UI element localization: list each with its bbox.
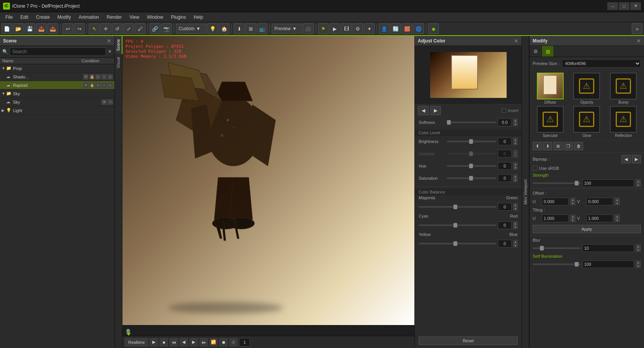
menu-view[interactable]: View	[126, 14, 143, 21]
more-icon[interactable]: ≡	[108, 74, 113, 80]
menu-window[interactable]: Window	[143, 14, 167, 21]
prev-key-button[interactable]: ⏮	[170, 338, 178, 346]
menu-plugins[interactable]: Plugins	[167, 14, 190, 21]
record-button[interactable]: ⏺	[219, 338, 228, 346]
list-item[interactable]: ☁ Shado... 👁 🔒 ⊙ • ≡	[0, 73, 114, 81]
scale-button[interactable]: ⤢	[123, 23, 134, 34]
hue-up[interactable]: ▲	[513, 162, 518, 166]
use-srgb-checkbox[interactable]	[533, 166, 538, 171]
glow-thumb[interactable]: ⚠	[573, 106, 600, 133]
anim-button[interactable]: 🎞	[341, 23, 352, 34]
cyan-slider[interactable]	[419, 224, 496, 226]
save-button[interactable]: 💾	[24, 23, 35, 34]
menu-animation[interactable]: Animation	[75, 14, 103, 21]
strength-down[interactable]: ▼	[636, 183, 641, 187]
sidebar-item-scene[interactable]: Scene	[115, 36, 122, 54]
custom-dropdown[interactable]: Custom ▼	[176, 24, 207, 34]
list-item[interactable]: ▼ 📁 Sky	[0, 89, 114, 98]
preview-size-select[interactable]: 4096x4096	[562, 59, 641, 68]
char-button[interactable]: 👤	[379, 23, 390, 34]
home-button[interactable]: 🏠	[219, 23, 230, 34]
yellow-slider[interactable]	[419, 243, 496, 244]
prev-frame-button[interactable]: ◀	[179, 338, 188, 346]
offset-u-down[interactable]: ▼	[570, 202, 576, 205]
diamond-button[interactable]: ◆	[428, 23, 439, 34]
undo-button[interactable]: ↩	[62, 23, 73, 34]
offset-v-spinner[interactable]: ▲ ▼	[615, 198, 620, 205]
cloth-button[interactable]: 🧱	[402, 23, 412, 34]
blur-down[interactable]: ▼	[636, 248, 641, 252]
list-item[interactable]: ☁ Sky 👁 •	[0, 98, 114, 106]
magenta-down[interactable]: ▼	[513, 207, 518, 211]
offset-v-up[interactable]: ▲	[615, 198, 620, 202]
tiling-v-spinner[interactable]: ▲ ▼	[615, 215, 620, 222]
move-button[interactable]: ✛	[100, 23, 111, 34]
offset-v-value[interactable]: 0.000	[586, 198, 613, 205]
reset-button[interactable]: Reset	[419, 337, 518, 345]
tiling-u-down[interactable]: ▼	[570, 218, 576, 222]
keys-button[interactable]: ◇	[229, 338, 238, 346]
particle-button[interactable]: ✦	[364, 23, 375, 34]
self-illum-slider[interactable]	[533, 263, 581, 265]
list-item[interactable]: ▼ 📁 Prop	[0, 64, 114, 73]
hue-slider[interactable]	[447, 165, 496, 167]
yellow-down[interactable]: ▼	[513, 244, 518, 247]
saturation-spinner[interactable]: ▲ ▼	[513, 174, 518, 182]
softness-up[interactable]: ▲	[513, 119, 518, 122]
lock-icon[interactable]: 🔒	[89, 74, 95, 80]
viewport-canvas[interactable]: FPS : 0 Project Polygon : #7931 Selected…	[122, 36, 414, 325]
strength-slider[interactable]	[533, 182, 581, 184]
saturation-down[interactable]: ▼	[513, 178, 518, 182]
magenta-spinner[interactable]: ▲ ▼	[513, 203, 518, 211]
tiling-v-up[interactable]: ▲	[615, 215, 620, 218]
yellow-up[interactable]: ▲	[513, 240, 518, 244]
tiling-u-spinner[interactable]: ▲ ▼	[570, 215, 576, 222]
new-button[interactable]: 📄	[2, 23, 12, 34]
flag-button[interactable]: ⚑	[318, 23, 329, 34]
spring-button[interactable]: 🌀	[413, 23, 424, 34]
opacity-thumb[interactable]: ⚠	[573, 73, 600, 99]
dot-icon[interactable]: •	[101, 83, 107, 88]
saturation-up[interactable]: ▲	[513, 174, 518, 178]
tiling-v-down[interactable]: ▼	[615, 218, 620, 222]
dot-icon[interactable]: •	[101, 74, 107, 80]
saturation-slider[interactable]	[447, 177, 496, 179]
specular-thumb[interactable]: ⚠	[537, 106, 564, 133]
eye-icon[interactable]: 👁	[83, 74, 88, 80]
invert-checkbox[interactable]	[502, 108, 506, 113]
redo-button[interactable]: ↪	[74, 23, 85, 34]
duplicate-texture-button[interactable]: ❐	[564, 142, 573, 150]
bipmap-left-button[interactable]: ◀	[621, 155, 631, 163]
realtime-button[interactable]: Realtime	[125, 338, 148, 346]
open-button[interactable]: 📂	[13, 23, 24, 34]
expand-button[interactable]: »	[632, 23, 642, 34]
menu-edit[interactable]: Edit	[16, 14, 32, 21]
cyan-up[interactable]: ▲	[513, 221, 518, 225]
link-icon[interactable]: ⊙	[95, 83, 101, 88]
import-texture-button[interactable]: ⬆	[533, 142, 542, 150]
screen-button[interactable]: 📺	[257, 23, 267, 34]
scene-panel-close[interactable]: ✕	[107, 38, 111, 44]
self-illum-up[interactable]: ▲	[636, 260, 641, 264]
tiling-u-value[interactable]: 1.000	[542, 215, 569, 222]
strength-spinner[interactable]: ▲ ▼	[636, 179, 641, 187]
menu-render[interactable]: Render	[103, 14, 126, 21]
tiling-v-value[interactable]: 1.000	[586, 215, 613, 222]
blur-slider[interactable]	[533, 247, 581, 249]
menu-create[interactable]: Create	[32, 14, 54, 21]
close-button[interactable]: ✕	[630, 2, 641, 10]
yellow-spinner[interactable]: ▲ ▼	[513, 240, 518, 247]
export-button[interactable]: 📤	[47, 23, 58, 34]
magenta-up[interactable]: ▲	[513, 203, 518, 207]
select-button[interactable]: ↖	[89, 23, 99, 34]
cyan-spinner[interactable]: ▲ ▼	[513, 221, 518, 229]
motion-button[interactable]: ▶	[329, 23, 340, 34]
link-button[interactable]: 🔗	[150, 23, 160, 34]
delete-texture-button[interactable]: 🗑	[574, 142, 583, 150]
maximize-button[interactable]: □	[619, 2, 629, 10]
offset-u-spinner[interactable]: ▲ ▼	[570, 198, 576, 205]
download-button[interactable]: ⬇	[234, 23, 245, 34]
modify-panel-close[interactable]: ✕	[636, 38, 641, 44]
offset-v-down[interactable]: ▼	[615, 202, 620, 205]
prev-nav-button[interactable]: ◀	[418, 106, 429, 115]
